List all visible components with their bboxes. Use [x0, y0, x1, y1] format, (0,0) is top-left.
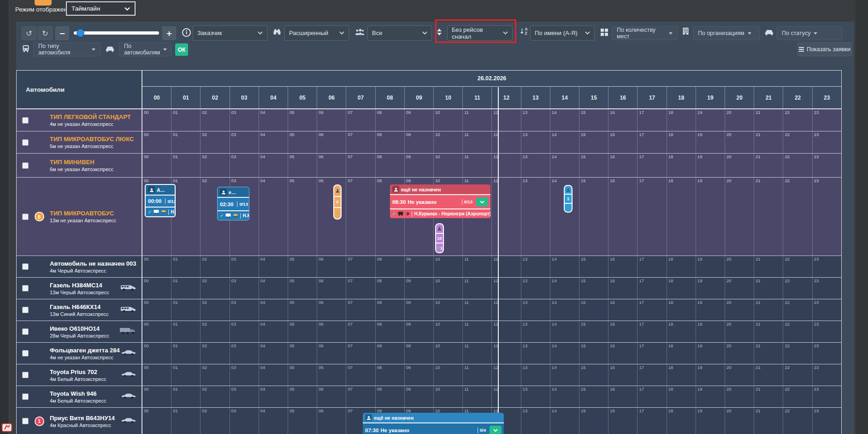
by-organization-dropdown[interactable]: По организациям [693, 26, 760, 40]
timeline-cell[interactable]: 03 [230, 343, 259, 364]
timeline-cell[interactable]: 21 [754, 178, 783, 256]
timeline-cell[interactable]: 20 [725, 154, 754, 177]
timeline-cell[interactable]: 00 [142, 299, 171, 321]
timeline-cell[interactable]: 02 [201, 408, 230, 434]
timeline-cell[interactable]: 22 [783, 154, 812, 177]
timeline-cell[interactable]: 09 [405, 343, 434, 364]
timeline-cell[interactable]: 13 [521, 343, 550, 364]
timeline-cell[interactable]: 20 [725, 178, 754, 256]
timeline-cell[interactable]: 16 [608, 343, 638, 364]
trip-card[interactable]: ещё не назначен 07:30Не указано0/4 [363, 413, 504, 434]
count-badge[interactable]: 1 [35, 416, 44, 426]
timeline-cell[interactable]: 06 [317, 131, 346, 153]
row-checkbox[interactable] [22, 307, 29, 313]
timeline-cell[interactable]: 06 [317, 386, 346, 407]
timeline-cell[interactable]: 15 [579, 154, 608, 177]
trip-card-narrow[interactable]: 0 ✔ [333, 184, 342, 220]
row-checkbox[interactable] [22, 139, 29, 146]
by-vehicles-dropdown[interactable]: По автомобилям [119, 42, 171, 56]
timeline-cell[interactable]: 08 [376, 386, 405, 407]
timeline-cell[interactable]: 14 [550, 343, 579, 364]
timeline-cell[interactable]: 08 [376, 364, 405, 386]
timeline-cell[interactable]: 18 [667, 178, 696, 256]
timeline-cell[interactable]: 23 [813, 278, 841, 299]
timeline-cell[interactable]: 05 [288, 321, 317, 342]
timeline-cell[interactable]: 02 [201, 364, 230, 386]
timeline-cell[interactable]: 14 [550, 364, 579, 386]
timeline-cell[interactable]: 18 [667, 299, 696, 321]
timeline-cell[interactable]: 17 [638, 178, 667, 256]
timeline-cell[interactable]: 10 [434, 256, 463, 277]
expand-button[interactable] [490, 426, 502, 434]
timeline-cell[interactable]: 06 [317, 154, 346, 177]
timeline-cell[interactable]: 02 [201, 131, 230, 153]
timeline-cell[interactable]: 05 [288, 299, 317, 321]
timeline-cell[interactable]: 09 [405, 321, 434, 342]
timeline-cell[interactable]: 09 [405, 278, 434, 299]
timeline-cell[interactable]: 10 [434, 364, 463, 386]
timeline-cell[interactable]: 19 [696, 408, 725, 434]
timeline-cell[interactable]: 00 [142, 343, 171, 364]
timeline-cell[interactable]: 09 [405, 154, 434, 177]
row-title[interactable]: ТИП МИКРОАВТОБУС ЛЮКС [50, 136, 134, 143]
timeline-cell[interactable]: 14 [550, 154, 579, 177]
timeline-cell[interactable]: 09 [405, 364, 434, 386]
by-vehicle-type-dropdown[interactable]: По типу автомобиля [33, 42, 100, 56]
timeline-cell[interactable]: 02 [201, 256, 230, 277]
timeline-cell[interactable]: 15 [579, 299, 608, 321]
timeline-cell[interactable]: 14 [550, 131, 579, 153]
row-title[interactable]: Газель Н646КХ14 [50, 303, 109, 310]
timeline-cell[interactable]: 02 [201, 343, 230, 364]
timeline-cell[interactable]: 20 [725, 364, 754, 386]
timeline-cell[interactable]: 20 [725, 321, 754, 342]
timeline-cell[interactable]: 22 [783, 256, 812, 277]
timeline-cell[interactable]: 20 [725, 131, 754, 153]
timeline-cell[interactable]: 13 [521, 131, 550, 153]
timeline-cell[interactable]: 02 [201, 321, 230, 342]
timeline-cell[interactable]: 00 [142, 109, 171, 131]
timeline-cell[interactable]: 04 [259, 178, 288, 256]
timeline-cell[interactable]: 12 [492, 154, 521, 177]
expand-button[interactable] [476, 197, 488, 207]
zoom-out-button[interactable]: − [55, 26, 69, 40]
timeline-cell[interactable]: 17 [638, 321, 667, 342]
timeline-cell[interactable]: 19 [696, 256, 725, 277]
timeline-cell[interactable]: 18 [667, 109, 696, 131]
timeline-cell[interactable]: 10 [434, 109, 463, 131]
row-checkbox[interactable] [22, 117, 29, 124]
timeline-cell[interactable]: 23 [813, 299, 841, 321]
zoom-slider-knob[interactable] [77, 29, 84, 37]
timeline-cell[interactable]: 01 [171, 256, 201, 277]
timeline-cell[interactable]: 13 [521, 256, 550, 277]
timeline-cell[interactable]: 11 [463, 278, 492, 299]
trip-card-narrow[interactable]: 1 [564, 185, 573, 213]
timeline-cell[interactable]: 03 [230, 364, 259, 386]
timeline-cell[interactable]: 10 [434, 278, 463, 299]
timeline-cell[interactable]: 00 [142, 364, 171, 386]
count-badge[interactable]: 6 [35, 212, 44, 221]
trip-card[interactable]: е… 02:300/13 ✔Н.К… [217, 187, 249, 220]
timeline-cell[interactable]: 21 [754, 386, 783, 407]
row-checkbox[interactable] [22, 263, 29, 270]
timeline-cell[interactable]: 07 [346, 299, 375, 321]
trip-card-narrow[interactable]: 10 ✔1 [435, 223, 444, 253]
timeline-cell[interactable]: 04 [259, 343, 288, 364]
timeline-cell[interactable]: 19 [696, 364, 725, 386]
redo-button[interactable]: ↻ [38, 26, 53, 40]
timeline-cell[interactable]: 18 [667, 343, 696, 364]
row-checkbox[interactable] [22, 214, 29, 220]
timeline-cell[interactable]: 21 [754, 109, 783, 131]
timeline-cell[interactable]: 07 [346, 256, 375, 277]
timeline-cell[interactable]: 06 [317, 364, 346, 386]
timeline-cell[interactable]: 05 [288, 131, 317, 153]
timeline-cell[interactable]: 04 [259, 321, 288, 342]
timeline-cell[interactable]: 22 [783, 299, 812, 321]
row-checkbox[interactable] [22, 162, 29, 169]
trip-card[interactable]: А… 00:000/13 ✔Н.К… [145, 184, 176, 217]
timeline-cell[interactable]: 16 [608, 178, 638, 256]
timeline-cell[interactable]: 23 [813, 131, 841, 153]
timeline-cell[interactable]: 01 [171, 109, 201, 131]
timeline-cell[interactable]: 03 [230, 321, 259, 342]
timeline-cell[interactable]: 21 [754, 256, 783, 277]
timeline-cell[interactable]: 06 [317, 408, 346, 434]
